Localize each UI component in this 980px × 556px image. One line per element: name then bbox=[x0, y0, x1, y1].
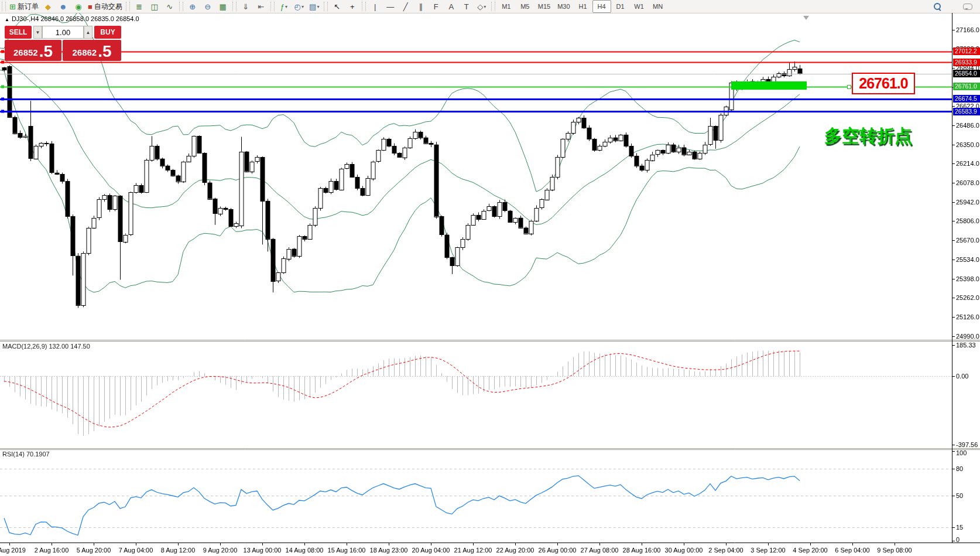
chart-ohlc-text: DJ30-,H4 26846.0 26858.0 26835.0 26854.0 bbox=[12, 15, 139, 22]
resistance-line-2-price-tag: 26933.9 bbox=[953, 59, 980, 66]
time-axis-label: 3 Sep 12:00 bbox=[751, 547, 785, 554]
time-axis-label: 1 Aug 2019 bbox=[0, 547, 26, 554]
time-axis-label: 14 Aug 08:00 bbox=[286, 547, 324, 554]
time-axis-label: 9 Aug 20:00 bbox=[203, 547, 238, 554]
price-annotation-box: 26761.0 bbox=[852, 73, 915, 94]
mt4-window: ⊞新订单◆☻◉■自动交易≣◫∿⊕⊖▦⇓⇤ƒ▾◴▾▤▾↖+|—╱∥FAT◇▾M1M… bbox=[0, 0, 980, 556]
rsi-axis-tick: 80 bbox=[956, 465, 963, 472]
time-axis-label: 15 Aug 16:00 bbox=[328, 547, 366, 554]
price-axis-tick: 25398.0 bbox=[956, 275, 979, 282]
macd-label: MACD(12,26,9) 132.00 147.50 bbox=[2, 343, 90, 350]
chart-shift-marker[interactable] bbox=[803, 16, 809, 23]
chart-ohlc-header: ▲DJ30-,H4 26846.0 26858.0 26835.0 26854.… bbox=[5, 15, 139, 22]
one-click-trade-panel: SELL ▼ 1.00 ▲ BUY 26852.5 26862.5 bbox=[5, 26, 121, 61]
sell-button[interactable]: SELL bbox=[5, 26, 32, 39]
price-axis-tick: 26486.0 bbox=[956, 122, 979, 129]
time-axis-label: 7 Aug 04:00 bbox=[119, 547, 153, 554]
time-axis-label: 6 Sep 04:00 bbox=[835, 547, 869, 554]
support-line-2-price-tag: 26583.9 bbox=[953, 108, 980, 115]
price-axis-tick: 25806.0 bbox=[956, 217, 979, 224]
sell-price-display[interactable]: 26852.5 bbox=[5, 40, 61, 61]
time-axis-label: 27 Aug 08:00 bbox=[581, 547, 619, 554]
price-axis-tick: 27166.0 bbox=[956, 26, 979, 33]
macd-axis-tick: 185.33 bbox=[956, 342, 976, 349]
current-price-line-price-tag: 26854.0 bbox=[953, 70, 980, 77]
time-axis-label: 26 Aug 00:00 bbox=[539, 547, 577, 554]
sell-price-main: 26852 bbox=[13, 46, 38, 59]
time-axis-label: 28 Aug 16:00 bbox=[623, 547, 661, 554]
time-axis-label: 5 Aug 20:00 bbox=[77, 547, 111, 554]
price-axis-tick: 25262.0 bbox=[956, 294, 979, 301]
time-axis-label: 8 Aug 12:00 bbox=[161, 547, 196, 554]
time-axis-label: 20 Aug 04:00 bbox=[412, 547, 450, 554]
volume-increase-button[interactable]: ▲ bbox=[84, 26, 92, 39]
rsi-axis-tick: 0 bbox=[956, 536, 960, 543]
pivot-line-price-tag: 26761.0 bbox=[953, 83, 980, 90]
time-axis-label: 2 Aug 16:00 bbox=[35, 547, 69, 554]
buy-price-frac: .5 bbox=[98, 44, 111, 59]
pivot-annotation-text: 多空转折点 bbox=[824, 124, 912, 148]
buy-button[interactable]: BUY bbox=[94, 26, 121, 39]
price-axis-tick: 25126.0 bbox=[956, 313, 979, 320]
time-axis-label: 22 Aug 20:00 bbox=[496, 547, 534, 554]
buy-price-display[interactable]: 26862.5 bbox=[63, 40, 121, 61]
time-axis-label: 4 Sep 20:00 bbox=[793, 547, 827, 554]
macd-axis-tick: -397.56 bbox=[956, 441, 978, 448]
chart-canvas[interactable] bbox=[0, 0, 980, 556]
time-axis-label: 30 Aug 00:00 bbox=[665, 547, 703, 554]
rsi-axis-tick: 100 bbox=[956, 449, 967, 456]
rsi-axis-tick: 15 bbox=[956, 524, 963, 531]
time-axis-label: 21 Aug 12:00 bbox=[454, 547, 492, 554]
volume-input[interactable]: 1.00 bbox=[42, 26, 84, 39]
rsi-axis-tick: 50 bbox=[956, 492, 963, 499]
volume-decrease-button[interactable]: ▼ bbox=[33, 26, 42, 39]
price-axis-tick: 26350.0 bbox=[956, 141, 979, 148]
time-axis-label: 13 Aug 00:00 bbox=[244, 547, 282, 554]
time-axis-label: 9 Sep 08:00 bbox=[877, 547, 912, 554]
sell-price-frac: .5 bbox=[39, 44, 53, 59]
price-axis-tick: 25670.0 bbox=[956, 237, 979, 244]
price-axis-tick: 24990.0 bbox=[956, 333, 979, 340]
resistance-line-1-price-tag: 27012.2 bbox=[953, 47, 980, 55]
macd-axis-tick: 0.00 bbox=[956, 373, 968, 380]
price-axis-tick: 26078.0 bbox=[956, 179, 979, 186]
buy-price-main: 26862 bbox=[72, 46, 97, 59]
price-axis-tick: 26214.0 bbox=[956, 160, 979, 167]
time-axis-label: 18 Aug 23:00 bbox=[370, 547, 408, 554]
time-axis-label: 2 Sep 04:00 bbox=[708, 547, 743, 554]
collapse-arrow-icon[interactable]: ▲ bbox=[5, 17, 9, 22]
price-axis-tick: 25942.0 bbox=[956, 199, 979, 206]
rsi-label: RSI(14) 70.1907 bbox=[2, 451, 50, 458]
price-axis-tick: 25534.0 bbox=[956, 256, 979, 263]
support-line-1-price-tag: 26674.5 bbox=[953, 95, 980, 103]
